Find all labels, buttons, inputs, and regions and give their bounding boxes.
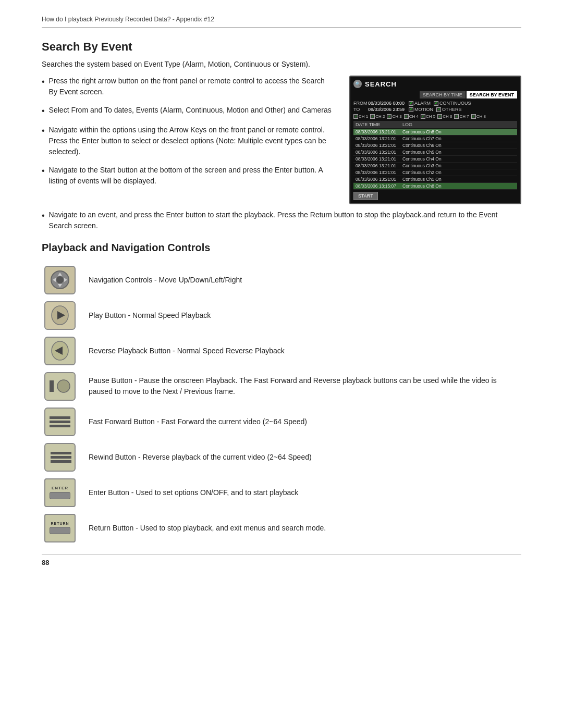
- checkbox-group-bottom: ✓ MOTION ✓ OTHERS: [409, 107, 462, 112]
- table-row[interactable]: 08/03/2006 13:21:01 Continuous Ch5 On: [353, 149, 517, 156]
- reverse-svg: [50, 340, 70, 361]
- rew-line-2: [51, 456, 71, 459]
- breadcrumb: How do I playback Previously Recorded Da…: [42, 16, 521, 28]
- bullet-text-1: Press the right arrow button on the fron…: [49, 76, 334, 97]
- ch4: ✓CH 4: [404, 114, 419, 119]
- control-item-reverse: Reverse Playback Button - Normal Speed R…: [42, 335, 521, 366]
- extra-bullet-text: Navigate to an event, and press the Ente…: [49, 209, 521, 231]
- enter-btn-shape: [50, 492, 70, 499]
- search-fields: FROM 08/03/2006 00:00 ✓ ALARM ✓ CONTINUO…: [353, 101, 517, 112]
- play-svg: [50, 305, 70, 326]
- ch8: ✓CH 8: [471, 114, 486, 119]
- to-label: TO: [353, 107, 368, 112]
- nav-circle: [51, 270, 69, 289]
- start-button[interactable]: START: [353, 192, 378, 200]
- search-screen-icon: 🔍: [353, 80, 362, 88]
- ff-desc: Fast Forward Button - Fast Forward the c…: [89, 416, 521, 427]
- ch7: ✓CH 7: [454, 114, 469, 119]
- section2-title: Playback and Navigation Controls: [42, 242, 521, 254]
- rew-icon-wrapper: [42, 441, 78, 473]
- play-desc: Play Button - Normal Speed Playback: [89, 310, 521, 321]
- arrow-down-icon: [58, 284, 62, 287]
- table-rows: 08/03/2006 13:21:01 Continuous Ch8 On 08…: [353, 129, 517, 190]
- footer: 88: [42, 554, 521, 566]
- motion-checkbox: ✓ MOTION: [409, 107, 433, 112]
- nav-center: [56, 276, 64, 283]
- enter-desc: Enter Button - Used to set options ON/OF…: [89, 487, 521, 498]
- alarm-checkbox: ✓ ALARM: [409, 101, 431, 106]
- table-header: DATE TIME LOG: [353, 121, 517, 128]
- bullet-item-2: Select From and To dates, Events (Alarm,…: [42, 105, 334, 117]
- to-value: 08/03/2006 23:59: [368, 107, 405, 112]
- bullet-item-3: Navigate within the options using the Ar…: [42, 125, 334, 157]
- continuous-checkbox: ✓ CONTINUOUS: [434, 101, 471, 106]
- from-label: FROM: [353, 101, 368, 106]
- field-row-to: TO 08/03/2006 23:59 ✓ MOTION ✓ OTHERS: [353, 107, 517, 112]
- search-tabs: SEARCH BY TIME SEARCH BY EVENT: [353, 91, 517, 98]
- others-cb-box[interactable]: ✓: [436, 107, 441, 112]
- table-row[interactable]: 08/03/2006 13:21:01 Continuous Ch4 On: [353, 156, 517, 163]
- field-row-from: FROM 08/03/2006 00:00 ✓ ALARM ✓ CONTINUO…: [353, 101, 517, 106]
- bullet-text-4: Navigate to the Start button at the bott…: [49, 165, 334, 187]
- ch2: ✓CH 2: [370, 114, 385, 119]
- search-screen-header: 🔍 SEARCH: [353, 80, 517, 88]
- control-item-ff: Fast Forward Button - Fast Forward the c…: [42, 406, 521, 437]
- table-row[interactable]: 08/03/2006 13:21:01 Continuous Ch7 On: [353, 135, 517, 142]
- ch3: ✓CH 3: [387, 114, 401, 119]
- ch5: ✓CH 5: [421, 114, 435, 119]
- control-items: Navigation Controls - Move Up/Down/Left/…: [42, 264, 521, 544]
- table-row[interactable]: 08/03/2006 13:21:01 Continuous Ch8 On: [353, 129, 517, 135]
- ff-icon: [44, 408, 76, 436]
- rew-line-1: [51, 452, 71, 454]
- table-row[interactable]: 08/03/2006 13:21:01 Continuous Ch2 On: [353, 169, 517, 176]
- bullet-list: Press the right arrow button on the fron…: [42, 76, 334, 194]
- bullet-item-1: Press the right arrow button on the fron…: [42, 76, 334, 97]
- others-checkbox: ✓ OTHERS: [436, 107, 462, 112]
- control-item-enter: ENTER Enter Button - Used to set options…: [42, 477, 521, 508]
- ch6: ✓CH 6: [437, 114, 452, 119]
- bullet-text-2: Select From and To dates, Events (Alarm,…: [49, 105, 332, 116]
- reverse-desc: Reverse Playback Button - Normal Speed R…: [89, 346, 521, 356]
- ch1: ✓CH 1: [353, 114, 368, 119]
- tab-time[interactable]: SEARCH BY TIME: [420, 91, 466, 98]
- tab-event[interactable]: SEARCH BY EVENT: [467, 91, 517, 98]
- return-btn-shape: [50, 527, 70, 534]
- control-item-play: Play Button - Normal Speed Playback: [42, 300, 521, 331]
- control-item-return: RETURN Return Button - Used to stop play…: [42, 512, 521, 544]
- continuous-label: CONTINUOUS: [439, 101, 471, 106]
- ff-lines: [50, 416, 70, 427]
- nav-desc: Navigation Controls - Move Up/Down/Left/…: [89, 275, 521, 286]
- table-row[interactable]: 08/03/2006 13:21:01 Continuous Ch3 On: [353, 163, 517, 169]
- return-desc: Return Button - Used to stop playback, a…: [89, 523, 521, 534]
- svg-point-4: [57, 380, 70, 392]
- bullet-text-3: Navigate within the options using the Ar…: [49, 125, 334, 157]
- enter-icon-wrapper: ENTER: [42, 477, 78, 508]
- table-row[interactable]: 08/03/2006 13:21:01 Continuous Ch6 On: [353, 142, 517, 149]
- pause-icon: [44, 372, 76, 401]
- control-item-pause: Pause Button - Pause the onscreen Playba…: [42, 371, 521, 402]
- return-icon-wrapper: RETURN: [42, 512, 78, 544]
- page-number: 88: [42, 559, 49, 566]
- search-screen-title: SEARCH: [365, 80, 397, 88]
- ff-line-2: [50, 421, 70, 423]
- bullet-item-4: Navigate to the Start button at the bott…: [42, 165, 334, 187]
- arrow-right-icon: [64, 278, 67, 282]
- navigation-icon: [44, 266, 76, 294]
- alarm-label: ALARM: [414, 101, 431, 106]
- content-row: Press the right arrow button on the fron…: [42, 76, 521, 204]
- col-log: LOG: [402, 122, 515, 127]
- enter-icon: ENTER: [44, 478, 76, 507]
- pause-circle-svg: [56, 379, 71, 393]
- alarm-cb-box[interactable]: ✓: [409, 101, 413, 106]
- continuous-cb-box[interactable]: ✓: [434, 101, 438, 106]
- control-item-nav: Navigation Controls - Move Up/Down/Left/…: [42, 264, 521, 295]
- pause-icon-wrapper: [42, 371, 78, 402]
- play-icon-wrapper: [42, 300, 78, 331]
- table-row[interactable]: 08/03/2006 13:15:07 Continuous Ch8 On: [353, 183, 517, 190]
- motion-label: MOTION: [414, 107, 433, 112]
- from-value: 08/03/2006 00:00: [368, 101, 405, 106]
- table-row[interactable]: 08/03/2006 13:21:01 Continuous Ch1 On: [353, 176, 517, 183]
- motion-cb-box[interactable]: ✓: [409, 107, 413, 112]
- rew-line-3: [51, 460, 71, 463]
- rew-lines: [51, 452, 71, 463]
